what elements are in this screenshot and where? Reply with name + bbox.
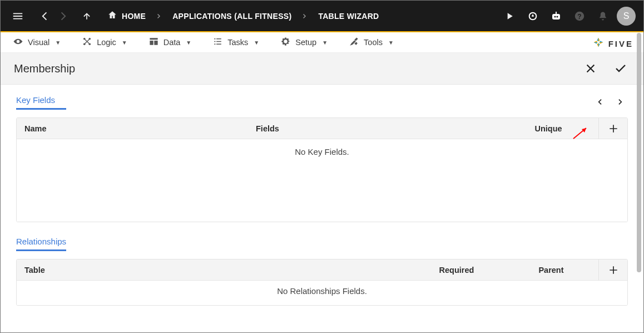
- nav-up-icon[interactable]: [77, 7, 96, 26]
- top-bar: HOME APPLICATIONS (ALL FITNESS) TABLE WI…: [1, 1, 643, 31]
- gear-icon: [280, 36, 291, 48]
- hamburger-menu-icon[interactable]: [8, 7, 27, 26]
- close-button[interactable]: [582, 60, 599, 77]
- title-actions: [582, 60, 629, 77]
- run-play-icon[interactable]: [500, 7, 519, 26]
- chevron-down-icon: ▼: [186, 40, 191, 46]
- menu-visual[interactable]: Visual ▼: [9, 36, 73, 48]
- menu-label: Tools: [364, 38, 383, 47]
- menu-logic[interactable]: Logic ▼: [78, 36, 140, 48]
- bot-icon[interactable]: [547, 7, 566, 26]
- content-area: Key Fields Name Fields Unique No Key Fie…: [1, 85, 643, 332]
- chevron-down-icon: ▼: [55, 40, 61, 46]
- avatar-initial: S: [623, 11, 630, 21]
- chevron-down-icon: ▼: [322, 40, 328, 46]
- menu-data[interactable]: Data ▼: [145, 36, 204, 48]
- column-header-required: Required: [409, 266, 504, 275]
- pager-next-button[interactable]: [613, 95, 628, 109]
- confirm-button[interactable]: [612, 60, 629, 77]
- logic-icon: [82, 36, 92, 48]
- column-header-unique: Unique: [498, 124, 598, 133]
- breadcrumb: HOME APPLICATIONS (ALL FITNESS) TABLE WI…: [100, 7, 500, 25]
- breadcrumb-label: HOME: [122, 12, 146, 21]
- section-pager: [592, 95, 628, 109]
- column-header-fields: Fields: [239, 124, 498, 133]
- empty-state-text: No Key Fields.: [17, 139, 627, 222]
- notifications-bell-icon[interactable]: [593, 7, 612, 26]
- menu-bar: Visual ▼ Logic ▼ Data ▼ Tasks ▼ Setup ▼ …: [1, 32, 643, 53]
- breadcrumb-label: APPLICATIONS (ALL FITNESS): [172, 12, 291, 21]
- add-relationship-button[interactable]: [598, 259, 627, 280]
- avatar[interactable]: S: [617, 7, 636, 26]
- add-key-field-button[interactable]: [598, 118, 627, 139]
- menu-label: Logic: [97, 38, 116, 47]
- column-header-parent: Parent: [504, 266, 598, 275]
- explore-icon[interactable]: [523, 7, 542, 26]
- section-title: Relationships: [16, 237, 66, 251]
- title-bar: Membership: [1, 53, 643, 85]
- menu-label: Visual: [28, 38, 49, 47]
- breadcrumb-home[interactable]: HOME: [100, 7, 153, 25]
- nav-forward-icon: [54, 7, 73, 26]
- menu-label: Data: [164, 38, 181, 47]
- home-icon: [107, 10, 117, 22]
- table-header: Table Required Parent: [17, 259, 627, 281]
- breadcrumb-applications[interactable]: APPLICATIONS (ALL FITNESS): [165, 8, 299, 24]
- section-title: Key Fields: [16, 95, 55, 109]
- column-header-table: Table: [17, 266, 409, 275]
- breadcrumb-label: TABLE WIZARD: [318, 12, 379, 21]
- brand-text: FIVE: [608, 39, 633, 48]
- menu-label: Setup: [295, 38, 316, 47]
- section-header-key-fields: Key Fields: [16, 95, 628, 109]
- chevron-right-icon: [153, 11, 165, 22]
- vertical-scrollbar[interactable]: [635, 33, 643, 272]
- menu-tools[interactable]: Tools ▼: [345, 36, 406, 48]
- page-title: Membership: [14, 62, 75, 75]
- help-icon[interactable]: [570, 7, 589, 26]
- relationships-panel: Table Required Parent No Relationships F…: [16, 259, 628, 306]
- pager-prev-button[interactable]: [592, 95, 607, 109]
- chevron-down-icon: ▼: [122, 40, 127, 46]
- eye-icon: [13, 36, 23, 48]
- chevron-down-icon: ▼: [388, 40, 394, 46]
- chevron-right-icon: [299, 11, 310, 22]
- section-header-relationships: Relationships: [16, 237, 628, 251]
- breadcrumb-table-wizard[interactable]: TABLE WIZARD: [310, 8, 387, 24]
- scrollbar-thumb[interactable]: [637, 33, 641, 272]
- brand-icon: [593, 37, 604, 50]
- menu-setup[interactable]: Setup ▼: [277, 36, 340, 48]
- menu-tasks[interactable]: Tasks ▼: [209, 36, 271, 48]
- key-fields-panel: Name Fields Unique No Key Fields.: [16, 117, 628, 222]
- tools-icon: [349, 36, 359, 48]
- topbar-actions: S: [500, 7, 636, 26]
- brand-logo: FIVE: [593, 37, 633, 50]
- nav-back-icon[interactable]: [35, 7, 54, 26]
- column-header-name: Name: [17, 124, 239, 133]
- table-header: Name Fields Unique: [17, 118, 627, 139]
- list-icon: [212, 36, 223, 48]
- menu-label: Tasks: [227, 38, 248, 47]
- empty-state-text: No Relationships Fields.: [17, 281, 627, 305]
- grid-icon: [148, 36, 159, 48]
- chevron-down-icon: ▼: [254, 40, 259, 46]
